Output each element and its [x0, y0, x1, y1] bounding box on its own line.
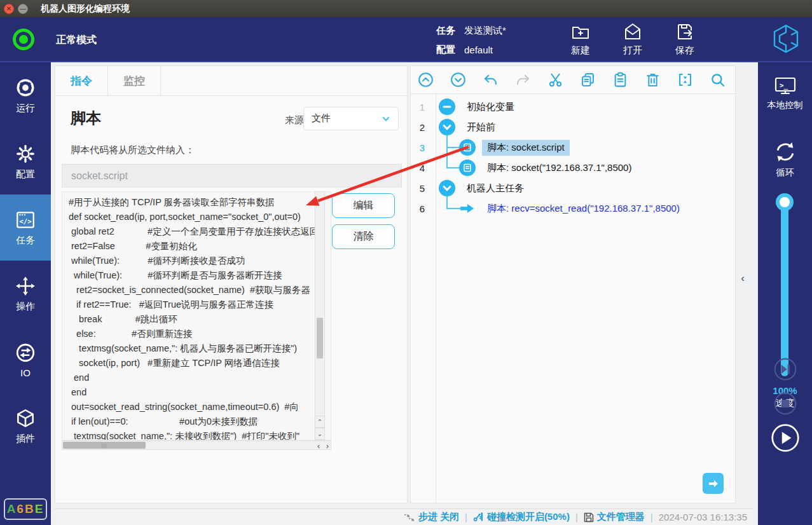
- scroll-down-icon[interactable]: ⌄: [315, 428, 325, 440]
- sidebar-item-io[interactable]: IO: [0, 327, 51, 393]
- sidebar-item-operate[interactable]: 操作: [0, 261, 51, 327]
- collision-detect-status[interactable]: 碰撞检测开启(50%): [473, 511, 570, 523]
- page-title: 脚本: [71, 108, 101, 128]
- script-code: #用于从连接的 TCP/IP 服务器读取全部字符串数据 def socket_r…: [62, 192, 331, 440]
- paste-icon[interactable]: [612, 71, 629, 88]
- open-button[interactable]: 打开: [612, 20, 654, 57]
- edit-button[interactable]: 编辑: [332, 193, 395, 218]
- script-editor-panel: 指令 监控 脚本 来源 文件 脚本代码将从所选文件纳入： socket.scri…: [55, 65, 408, 503]
- scroll-up-icon[interactable]: ⌃: [315, 416, 325, 428]
- delete-icon[interactable]: [644, 71, 661, 88]
- minimize-icon[interactable]: —: [18, 4, 28, 14]
- run-pointer-icon: [459, 200, 476, 217]
- gear-icon: [15, 143, 36, 165]
- chevron-down-circle-icon: [439, 119, 455, 135]
- row-number: 1: [411, 102, 432, 112]
- loop-button[interactable]: 循环: [758, 140, 812, 179]
- sidebar-item-config[interactable]: 配置: [0, 128, 51, 194]
- step-mode-status[interactable]: 步进 关闭: [404, 511, 459, 523]
- config-value: default: [464, 44, 493, 55]
- script-description: 脚本代码将从所选文件纳入：: [71, 144, 195, 156]
- local-control-button[interactable]: >_ 本地控制: [758, 75, 812, 111]
- code-hscrollbar[interactable]: ||| ‹›: [62, 440, 331, 450]
- tree-row-label: 开始前: [462, 119, 500, 135]
- tree-row[interactable]: 6脚本: recv=socket_read("192.168.37.1",850…: [411, 198, 735, 219]
- tree-row[interactable]: 5机器人主任务: [411, 178, 735, 198]
- stop-button[interactable]: [758, 391, 812, 416]
- tree-row[interactable]: 2开始前: [411, 117, 735, 137]
- chevron-down-icon: [382, 114, 390, 123]
- tree-toolbar: [411, 66, 735, 94]
- script-file-field[interactable]: socket.script: [62, 164, 402, 188]
- chevron-down-circle-icon: [439, 180, 455, 196]
- svg-text:>_: >_: [780, 81, 788, 90]
- window-title: 机器人图形化编程环境: [41, 3, 130, 15]
- row-number: 2: [411, 122, 432, 133]
- sidebar-item-task[interactable]: </> 任务: [0, 194, 51, 261]
- clock: 2024-07-03 16:13:35: [659, 512, 747, 522]
- step-forward-button[interactable]: [758, 357, 812, 382]
- code-vscrollbar[interactable]: [315, 191, 325, 440]
- scroll-left-icon[interactable]: ‹: [317, 442, 320, 451]
- copy-icon[interactable]: [579, 71, 596, 88]
- new-file-icon: [570, 22, 591, 42]
- cut-icon[interactable]: [547, 71, 564, 88]
- speed-slider-handle[interactable]: [776, 193, 794, 211]
- move-up-icon[interactable]: [417, 71, 434, 88]
- svg-text:</>: </>: [19, 217, 31, 226]
- tree-row-label: 脚本: socket.script: [482, 140, 570, 156]
- io-arrows-icon: [15, 342, 36, 364]
- terminal-icon: >_: [773, 75, 798, 97]
- status-separator: |: [650, 512, 653, 522]
- collision-icon: [473, 512, 484, 522]
- source-dropdown-value: 文件: [312, 112, 331, 125]
- tab-monitor[interactable]: 监控: [108, 66, 161, 96]
- arrow-icon: [459, 200, 476, 217]
- mode-indicator-icon: [13, 29, 34, 50]
- step-forward-icon: [773, 357, 798, 382]
- panel-collapse-handle[interactable]: ‹: [738, 271, 748, 286]
- tree-row[interactable]: 4脚本: socket("192.168.37.1",8500): [411, 158, 735, 178]
- left-sidebar: 运行 配置 </> 任务 操作 IO 插件 A6BE: [0, 62, 51, 525]
- new-button[interactable]: 新建: [560, 20, 602, 57]
- task-value: 发送测试*: [464, 25, 506, 37]
- script-code-area[interactable]: #用于从连接的 TCP/IP 服务器读取全部字符串数据 def socket_r…: [62, 191, 331, 440]
- tab-instruction[interactable]: 指令: [55, 66, 108, 96]
- scroll-right-icon[interactable]: ›: [326, 442, 329, 451]
- move-arrows-icon: [15, 275, 36, 297]
- arrow-right-icon: [708, 478, 719, 489]
- sidebar-item-run[interactable]: 运行: [0, 62, 51, 128]
- tree-row-label: 初始化变量: [462, 99, 520, 115]
- search-icon[interactable]: [709, 71, 726, 88]
- collapse-icon[interactable]: [677, 71, 694, 88]
- close-icon[interactable]: ✕: [4, 4, 14, 14]
- tree-row[interactable]: 3脚本: socket.script: [411, 137, 735, 158]
- step-mode-icon: [404, 513, 415, 522]
- minus-circle-icon: [439, 99, 455, 115]
- script-icon: [459, 160, 476, 176]
- redo-icon[interactable]: [514, 71, 532, 88]
- save-button[interactable]: 保存: [664, 20, 706, 57]
- sidebar-item-plugin[interactable]: 插件: [0, 393, 51, 459]
- config-label: 配置: [436, 44, 455, 56]
- open-file-icon: [623, 22, 643, 42]
- stop-icon: [773, 391, 798, 416]
- play-button[interactable]: [758, 423, 812, 453]
- app-window: ✕ — 机器人图形化编程环境 正常模式 任务发送测试* 配置default 新建…: [0, 0, 812, 525]
- move-down-icon[interactable]: [450, 71, 467, 88]
- status-bar: 步进 关闭 | 碰撞检测开启(50%) | 文件管理器 | 2024-07-03…: [55, 508, 754, 525]
- chevron-icon: [439, 180, 455, 196]
- row-number: 5: [411, 183, 432, 194]
- save-icon: [675, 22, 695, 42]
- task-label: 任务: [436, 25, 455, 37]
- jump-to-row-button[interactable]: [703, 473, 724, 494]
- file-manager-status[interactable]: 文件管理器: [584, 511, 645, 523]
- source-dropdown[interactable]: 文件: [303, 107, 399, 130]
- hscrollbar-thumb[interactable]: |||: [63, 442, 146, 449]
- undo-icon[interactable]: [482, 71, 499, 88]
- tree-row[interactable]: 1初始化变量: [411, 97, 735, 117]
- vscrollbar-thumb[interactable]: [317, 318, 323, 358]
- speed-slider-track[interactable]: [781, 198, 788, 376]
- play-icon: [771, 423, 800, 453]
- clear-button[interactable]: 清除: [332, 224, 395, 249]
